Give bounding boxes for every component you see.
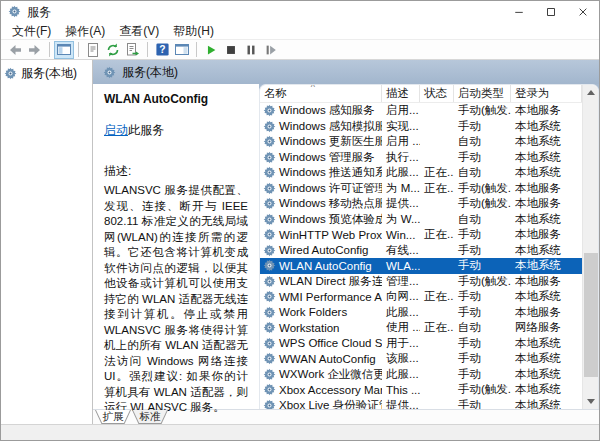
action-pane-icon[interactable] (172, 41, 192, 59)
service-gear-icon (263, 120, 276, 133)
service-gear-icon (263, 135, 276, 148)
service-name-cell: Windows 管理服务 (260, 150, 382, 165)
stop-service-icon[interactable] (221, 41, 241, 59)
service-startup-cell: 手动 (454, 336, 511, 351)
toolbar-separator (78, 42, 79, 57)
service-desc-cell: 此服... (382, 165, 420, 180)
service-desc-cell: 实现... (382, 119, 420, 134)
service-logon-cell: 本地服务 (511, 196, 582, 211)
service-gear-icon (263, 259, 276, 272)
table-row[interactable]: WXWork 企业微信更新服务此服...手动本地系统 (260, 367, 582, 383)
service-gear-icon (263, 399, 276, 409)
service-logon-cell: 本地系统 (511, 243, 582, 258)
table-row[interactable]: Windows 预览体验成员服务为 W...自动本地系统 (260, 212, 582, 228)
service-startup-cell: 手动 (454, 258, 511, 273)
start-service-icon[interactable] (201, 41, 221, 59)
menu-item-0[interactable]: 文件(F) (5, 23, 58, 39)
service-gear-icon (263, 197, 276, 210)
service-startup-cell: 手动(触发... (454, 196, 511, 211)
table-row[interactable]: Windows 更新医生服务启用 ...自动本地系统 (260, 134, 582, 150)
forward-arrow-icon[interactable] (25, 41, 45, 59)
service-gear-icon (263, 275, 276, 288)
service-name-cell: WLAN AutoConfig (260, 259, 382, 272)
maximize-button[interactable] (535, 1, 567, 23)
tree-item-label: 服务(本地) (21, 65, 77, 82)
column-header-4[interactable]: 登录为 (511, 85, 582, 102)
table-row[interactable]: Windows 管理服务执行...手动本地系统 (260, 150, 582, 166)
service-logon-cell: 本地系统 (511, 398, 582, 409)
service-logon-cell: 本地服务 (511, 181, 582, 196)
status-bar (1, 424, 599, 440)
menu-bar: 文件(F)操作(A)查看(V)帮助(H) (1, 23, 599, 39)
table-row[interactable]: WWAN AutoConfig该服...手动本地系统 (260, 351, 582, 367)
column-header-2[interactable]: 状态 (420, 85, 454, 102)
service-name-cell: WPS Office Cloud Service (260, 337, 382, 350)
table-row[interactable]: Windows 感知服务启用...手动(触发...本地服务 (260, 103, 582, 119)
menu-item-3[interactable]: 帮助(H) (166, 23, 221, 39)
vertical-scrollbar[interactable] (582, 85, 598, 409)
console-tree-sidebar: 服务(本地) (1, 60, 93, 424)
view-header: 服务(本地) (93, 60, 599, 84)
menu-item-2[interactable]: 查看(V) (112, 23, 166, 39)
service-desc-cell: 管理... (382, 274, 420, 289)
service-gear-icon (263, 166, 276, 179)
service-gear-icon (263, 228, 276, 241)
back-arrow-icon[interactable] (5, 41, 25, 59)
menu-item-1[interactable]: 操作(A) (58, 23, 112, 39)
service-desc-cell: Win... (382, 229, 420, 241)
service-desc-cell: 提供... (382, 398, 420, 409)
properties-icon[interactable] (83, 41, 103, 59)
table-row[interactable]: WPS Office Cloud Service用于...手动本地系统 (260, 336, 582, 352)
service-name-cell: Workstation (260, 321, 382, 334)
table-row[interactable]: Windows 许可证管理器服务为 M...正在...手动(触发...本地服务 (260, 181, 582, 197)
table-row[interactable]: Workstation使用 ...正在...自动网络服务 (260, 320, 582, 336)
service-startup-cell: 手动 (454, 367, 511, 382)
refresh-icon[interactable] (103, 41, 123, 59)
table-row[interactable]: Work Folders此服...手动本地服务 (260, 305, 582, 321)
service-startup-cell: 手动 (454, 119, 511, 134)
table-row[interactable]: Xbox Live 身份验证管理器提供...手动本地系统 (260, 398, 582, 410)
column-header-1[interactable]: 描述 (382, 85, 420, 102)
scroll-up-icon[interactable] (583, 85, 599, 100)
scrollbar-thumb[interactable] (584, 253, 598, 376)
table-row[interactable]: Windows 感知模拟服务实现...手动本地系统 (260, 119, 582, 135)
service-startup-cell: 手动(触发... (454, 181, 511, 196)
sort-ascending-icon: ^ (311, 85, 315, 92)
table-row[interactable]: WinHTTP Web Proxy Aut...Win...正在...手动本地服… (260, 227, 582, 243)
table-row[interactable]: Windows 移动热点服务提供...手动(触发...本地服务 (260, 196, 582, 212)
service-gear-icon (263, 352, 276, 365)
tab-extended[interactable]: 扩展 (95, 410, 131, 424)
scroll-down-icon[interactable] (583, 394, 599, 409)
service-status-cell: 正在... (420, 320, 454, 335)
restart-service-icon[interactable] (261, 41, 281, 59)
service-name-cell: WXWork 企业微信更新服务 (260, 367, 382, 382)
column-header-0[interactable]: 名称^ (260, 85, 382, 102)
service-name-cell: Windows 移动热点服务 (260, 196, 382, 211)
service-gear-icon (263, 290, 276, 303)
start-service-link[interactable]: 启动 (104, 123, 128, 137)
service-name-cell: Wired AutoConfig (260, 244, 382, 257)
service-startup-cell: 手动 (454, 243, 511, 258)
tree-item-services-local[interactable]: 服务(本地) (1, 63, 92, 84)
help-icon[interactable]: ? (152, 41, 172, 59)
service-gear-icon (263, 306, 276, 319)
table-row[interactable]: Windows 推送通知系统服务此服...正在...自动本地系统 (260, 165, 582, 181)
minimize-button[interactable] (503, 1, 535, 23)
service-status-cell: 正在... (420, 165, 454, 180)
table-row[interactable]: Wired AutoConfig有线...手动本地系统 (260, 243, 582, 259)
service-startup-cell: 手动 (454, 289, 511, 304)
pause-service-icon[interactable] (241, 41, 261, 59)
column-header-3[interactable]: 启动类型 (454, 85, 511, 102)
table-row[interactable]: Xbox Accessory Manage...This ...手动(触发...… (260, 382, 582, 398)
tab-standard[interactable]: 标准 (132, 410, 168, 424)
table-row[interactable]: WMI Performance Adapt...向网...正在...手动本地系统 (260, 289, 582, 305)
service-gear-icon (263, 337, 276, 350)
services-window: 服务 文件(F)操作(A)查看(V)帮助(H) ? 服务(本地) 服务(本地) … (0, 0, 600, 441)
export-list-icon[interactable] (123, 41, 143, 59)
table-row[interactable]: WLAN AutoConfigWLA...手动本地系统 (260, 258, 582, 274)
service-desc-cell: This ... (382, 384, 420, 396)
view-header-title: 服务(本地) (122, 64, 178, 81)
console-tree-icon[interactable] (54, 41, 74, 59)
close-button[interactable] (567, 1, 599, 23)
table-row[interactable]: WLAN Direct 服务连接管...管理...手动(触发...本地服务 (260, 274, 582, 290)
